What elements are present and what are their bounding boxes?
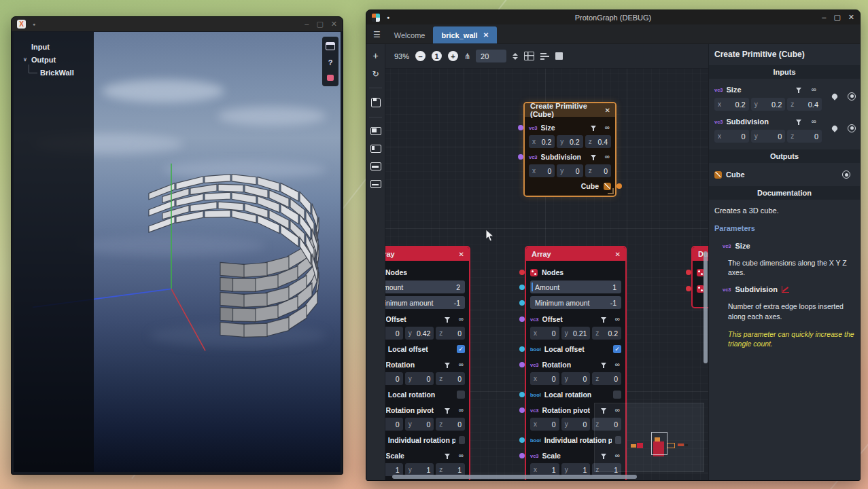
link-icon[interactable]: ∞ — [615, 316, 620, 323]
size-x-field[interactable]: x0.2 — [714, 98, 749, 111]
snap-step-input[interactable]: 20 — [476, 50, 506, 62]
field-amount[interactable]: Amount1 — [530, 280, 621, 293]
port-mesh[interactable] — [686, 270, 691, 275]
link-icon[interactable]: ∞ — [605, 124, 610, 131]
vector-y-field[interactable]: y0.42 — [405, 327, 434, 340]
checkbox[interactable] — [459, 436, 465, 444]
chevron-down-icon[interactable]: ∨ — [23, 56, 31, 62]
funnel-icon[interactable] — [445, 408, 451, 414]
link-icon[interactable]: ∞ — [812, 86, 816, 93]
zoom-reset-button[interactable]: 1 — [432, 51, 442, 61]
graph-canvas[interactable]: Array✕NodesAmount2Minimum amount-1vc3Off… — [385, 68, 708, 480]
port-num[interactable] — [519, 285, 525, 290]
checkbox[interactable] — [613, 391, 621, 399]
doc-parameters-link[interactable]: Parameters — [709, 216, 860, 234]
graph-node-array_left[interactable]: Array✕NodesAmount2Minimum amount-1vc3Off… — [385, 246, 470, 480]
link-icon[interactable]: ∞ — [459, 452, 464, 459]
funnel-icon[interactable] — [445, 453, 451, 459]
vector-y-field[interactable]: y0 — [561, 418, 591, 431]
vector-x-field[interactable]: x0 — [530, 372, 559, 385]
snap-toggle-icon[interactable]: ⋔ — [464, 52, 470, 61]
graph-node-create_primitive[interactable]: Create Primitive (Cube)✕vc3Size∞x0.2y0.2… — [523, 102, 617, 197]
tab-close-icon[interactable]: ✕ — [483, 31, 489, 39]
grid-toggle-icon[interactable] — [524, 52, 534, 60]
tree-item-output[interactable]: ∨ Output — [14, 53, 94, 66]
add-node-icon[interactable]: + — [372, 51, 378, 60]
port-vec3[interactable] — [519, 362, 525, 367]
layout-bottom-icon[interactable] — [370, 162, 381, 170]
node-header[interactable]: Create Primitive (Cube)✕ — [525, 103, 615, 117]
maximize-button[interactable]: ▢ — [316, 20, 323, 28]
layout-bottom-thin-icon[interactable] — [370, 180, 381, 188]
visibility-icon[interactable] — [848, 124, 856, 132]
port-bool[interactable] — [519, 392, 525, 397]
funnel-icon[interactable] — [591, 125, 597, 131]
vector-y-field[interactable]: y0 — [557, 164, 583, 177]
close-icon[interactable]: ✕ — [605, 107, 610, 114]
close-icon[interactable]: ✕ — [459, 251, 464, 258]
port-bool[interactable] — [519, 346, 525, 352]
close-button[interactable]: ✕ — [331, 20, 337, 28]
zoom-out-button[interactable]: – — [415, 51, 426, 61]
port-vec3[interactable] — [519, 408, 525, 413]
horizontal-scrollbar[interactable] — [392, 475, 637, 479]
field-minimum-amount[interactable]: Minimum amount-1 — [530, 296, 621, 309]
port-vec3[interactable] — [518, 154, 523, 160]
layout-left-icon[interactable] — [370, 127, 381, 135]
vector-y-field[interactable]: y0 — [405, 372, 434, 385]
graph-minimap[interactable] — [594, 403, 704, 472]
tree-item-input[interactable]: Input — [14, 40, 94, 53]
reload-icon[interactable]: ↻ — [372, 70, 379, 78]
checkbox[interactable]: ✓ — [613, 345, 621, 353]
3d-viewport[interactable]: Input ∨ Output BrickWall ? — [14, 32, 341, 472]
protongraph-titlebar[interactable]: ● ProtonGraph (DEBUG) – ▢ ✕ — [366, 10, 860, 24]
vector-y-field[interactable]: y0 — [561, 372, 591, 385]
subdivision-x-field[interactable]: x0 — [714, 130, 749, 143]
link-icon[interactable]: ∞ — [615, 361, 620, 368]
link-icon[interactable]: ∞ — [812, 118, 816, 125]
vector-z-field[interactable]: z0.2 — [592, 327, 621, 340]
link-icon[interactable]: ∞ — [459, 316, 464, 323]
save-icon[interactable] — [371, 98, 381, 107]
close-icon[interactable]: ✕ — [615, 251, 621, 258]
port-num[interactable] — [519, 300, 525, 306]
vector-z-field[interactable]: z0.4 — [585, 135, 611, 148]
minimap-view-rectangle[interactable] — [651, 432, 667, 455]
funnel-icon[interactable] — [796, 119, 802, 125]
layout-left-small-icon[interactable] — [370, 145, 381, 153]
funnel-icon[interactable] — [601, 316, 607, 323]
port-mesh[interactable] — [686, 286, 691, 291]
vector-z-field[interactable]: z0 — [436, 327, 465, 340]
zoom-in-button[interactable]: + — [448, 51, 458, 61]
funnel-icon[interactable] — [445, 316, 451, 323]
port-vec3[interactable] — [519, 316, 525, 322]
visibility-icon[interactable] — [848, 92, 856, 101]
vector-x-field[interactable]: x0 — [529, 164, 555, 177]
pin-icon[interactable] — [831, 124, 838, 132]
help-icon[interactable]: ? — [328, 58, 333, 67]
minimap-toggle-icon[interactable] — [555, 52, 563, 60]
viewer-titlebar[interactable]: X ● – ▢ ✕ — [12, 17, 343, 31]
port-bool[interactable] — [519, 437, 525, 443]
tab-welcome[interactable]: Welcome — [386, 26, 434, 43]
subdivision-y-field[interactable]: y0 — [751, 130, 786, 143]
vector-y-field[interactable]: y0.21 — [561, 327, 591, 340]
size-z-field[interactable]: z0.4 — [787, 98, 822, 111]
link-icon[interactable]: ∞ — [605, 153, 610, 160]
minimize-button[interactable]: – — [305, 20, 309, 28]
vector-x-field[interactable]: x0 — [530, 418, 559, 431]
maximize-button[interactable]: ▢ — [833, 14, 840, 21]
vector-x-field[interactable]: x0.2 — [529, 135, 555, 148]
link-icon[interactable]: ∞ — [459, 361, 464, 368]
vector-y-field[interactable]: y0 — [405, 418, 434, 431]
port-vec3[interactable] — [519, 453, 525, 458]
funnel-icon[interactable] — [796, 87, 802, 93]
vector-y-field[interactable]: y0.2 — [557, 135, 583, 148]
node-header[interactable]: Array✕ — [526, 247, 625, 261]
vector-x-field[interactable]: x0 — [530, 327, 559, 340]
tab-brick-wall[interactable]: brick_wall ✕ — [433, 26, 497, 43]
field-minimum-amount[interactable]: Minimum amount-1 — [385, 296, 465, 309]
vector-z-field[interactable]: z0 — [436, 418, 465, 431]
vector-x-field[interactable]: x0 — [385, 327, 403, 340]
vector-z-field[interactable]: z0 — [436, 372, 465, 385]
